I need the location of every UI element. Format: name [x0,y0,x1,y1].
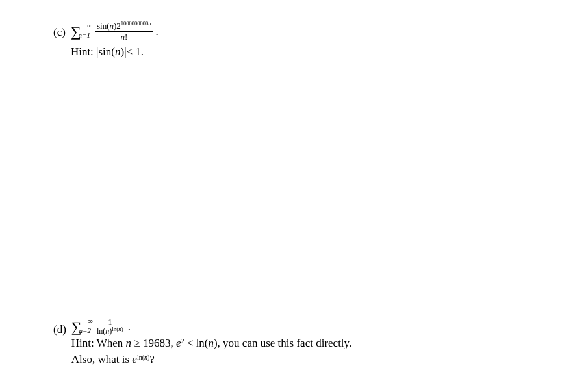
fraction-d: 1 ln(n)ln(n) [95,318,125,336]
fraction-c-denominator: n! [95,31,153,43]
fraction-d-denominator: ln(n)ln(n) [95,326,125,336]
period: . [156,25,159,38]
fraction-c: sin(n)21000000000n n! [95,21,153,43]
problem-d-label: (d) [53,318,66,336]
summation-symbol-d: ∑ ∞ n=2 [71,320,91,334]
fraction-c-numerator: sin(n)21000000000n [95,21,153,31]
problem-c-hint: Hint: | sin(n) | ≤ 1. [71,45,159,58]
problem-c: (c) ∑ ∞ n=1 sin(n)21000000000n n! . Hint… [53,21,159,58]
problem-d-hint: Hint: When n ≥ 19683, e2 < ln(n), you ca… [71,336,351,367]
problem-c-expression: ∑ ∞ n=1 sin(n)21000000000n n! . [71,21,159,43]
problem-c-label: (c) [53,21,66,39]
period-d: . [128,321,131,334]
problem-d: (d) ∑ ∞ n=2 1 ln(n)ln(n) . Hint: When n … [53,318,351,367]
problem-d-content: ∑ ∞ n=2 1 ln(n)ln(n) . Hint: When n ≥ 19… [71,318,351,367]
fraction-d-numerator: 1 [106,318,114,326]
problem-d-expression: ∑ ∞ n=2 1 ln(n)ln(n) . [71,318,351,336]
problem-c-content: ∑ ∞ n=1 sin(n)21000000000n n! . Hint: | … [71,21,159,58]
summation-symbol: ∑ ∞ n=1 [71,25,90,39]
